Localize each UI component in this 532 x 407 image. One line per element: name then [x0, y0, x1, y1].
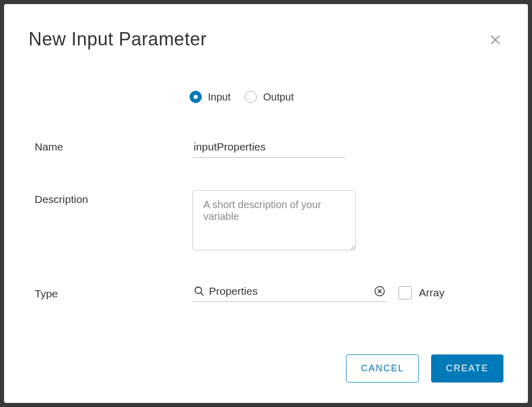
- radio-output[interactable]: Output: [245, 91, 294, 103]
- description-row: Description: [35, 190, 503, 250]
- cancel-button[interactable]: CANCEL: [346, 354, 419, 383]
- radio-output-label: Output: [263, 91, 294, 103]
- array-option: Array: [398, 286, 444, 299]
- radio-input-label: Input: [208, 91, 230, 103]
- name-row: Name: [35, 138, 503, 158]
- name-input[interactable]: [193, 138, 345, 158]
- radio-input[interactable]: Input: [190, 91, 230, 103]
- radio-selected-icon: [190, 91, 202, 103]
- type-row: Type Array: [35, 283, 503, 302]
- modal-title: New Input Parameter: [29, 29, 207, 50]
- close-icon: [489, 34, 501, 46]
- name-label: Name: [35, 138, 193, 153]
- array-label: Array: [419, 287, 444, 299]
- parameter-direction-radios: Input Output: [190, 91, 503, 103]
- search-icon: [194, 286, 205, 297]
- svg-line-3: [201, 293, 203, 295]
- type-label: Type: [35, 286, 193, 300]
- array-checkbox[interactable]: [398, 286, 412, 299]
- description-label: Description: [35, 190, 193, 206]
- radio-unselected-icon: [245, 91, 257, 103]
- type-input[interactable]: [205, 285, 374, 297]
- type-clear-button[interactable]: [374, 286, 385, 297]
- clear-icon: [374, 286, 385, 297]
- form-body: Input Output Name Description Type: [29, 91, 503, 354]
- close-button[interactable]: [487, 32, 503, 49]
- description-textarea[interactable]: [193, 190, 356, 250]
- modal-header: New Input Parameter: [29, 29, 503, 50]
- modal-footer: CANCEL CREATE: [29, 354, 503, 383]
- svg-point-2: [195, 287, 202, 294]
- new-input-parameter-modal: New Input Parameter Input Output Name De…: [4, 4, 528, 403]
- type-input-wrap: [193, 283, 386, 302]
- create-button[interactable]: CREATE: [431, 354, 503, 383]
